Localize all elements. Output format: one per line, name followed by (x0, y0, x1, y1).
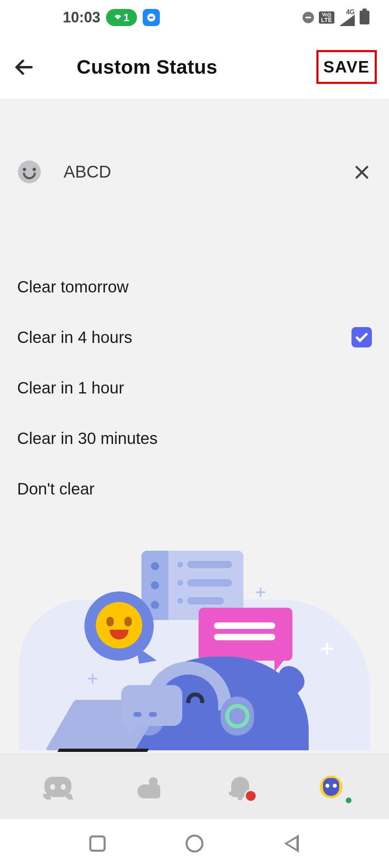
square-icon (89, 835, 106, 852)
page-title: Custom Status (77, 56, 217, 78)
wifi-notification-pill: 1 (106, 9, 137, 26)
emoji-picker-button[interactable] (17, 160, 42, 184)
illustration-container (0, 551, 389, 750)
app-notification-icon (143, 9, 160, 26)
status-illustration (19, 551, 370, 750)
android-nav-bar (0, 819, 389, 868)
clock-label: 10:03 (63, 9, 100, 26)
tab-discord[interactable] (38, 771, 78, 803)
content-area: Clear tomorrow Clear in 4 hours Clear in… (0, 99, 389, 754)
status-bar-left: 10:03 1 (63, 9, 160, 26)
volte-bot-label: LTE (321, 17, 332, 23)
tab-friends[interactable] (128, 771, 169, 803)
triangle-left-icon (284, 835, 299, 853)
arrow-left-icon (16, 59, 33, 75)
nav-back[interactable] (279, 831, 304, 856)
option-label: Clear in 1 hour (17, 379, 124, 397)
smiley-icon (18, 160, 41, 183)
circle-icon (186, 835, 203, 853)
option-label: Don't clear (17, 480, 95, 498)
clear-after-options: Clear tomorrow Clear in 4 hours Clear in… (0, 261, 389, 514)
status-text-input[interactable] (64, 162, 351, 182)
option-label: Clear tomorrow (17, 278, 128, 296)
clear-option-tomorrow[interactable]: Clear tomorrow (0, 261, 389, 312)
nav-home[interactable] (182, 831, 207, 856)
battery-icon (360, 11, 369, 24)
app-header: Custom Status SAVE (0, 35, 389, 99)
cell-signal-block: 4G (339, 9, 355, 26)
friends-icon (137, 776, 160, 798)
nav-recent-apps[interactable] (85, 831, 110, 856)
option-label: Clear in 30 minutes (17, 429, 158, 448)
back-button[interactable] (16, 53, 45, 81)
tab-notifications[interactable] (220, 771, 261, 803)
status-bar-right: Vo)) LTE 4G (303, 9, 369, 26)
avatar-icon (320, 776, 343, 798)
volte-icon: Vo)) LTE (319, 11, 334, 24)
clear-option-30-minutes[interactable]: Clear in 30 minutes (0, 413, 389, 464)
clear-status-button[interactable] (351, 162, 372, 182)
selected-indicator (351, 327, 372, 347)
tab-profile[interactable] (311, 771, 351, 803)
cell-signal-icon (339, 15, 355, 26)
clear-option-1-hour[interactable]: Clear in 1 hour (0, 363, 389, 413)
status-input-row (0, 156, 389, 188)
discord-icon (44, 777, 71, 797)
clear-option-dont-clear[interactable]: Don't clear (0, 464, 389, 514)
notification-badge (244, 789, 257, 802)
option-label: Clear in 4 hours (17, 328, 132, 347)
presence-online-icon (344, 796, 353, 805)
save-button[interactable]: SAVE (316, 50, 377, 84)
bottom-tab-bar (0, 754, 389, 819)
dnd-icon (303, 12, 314, 23)
wifi-notif-count: 1 (124, 11, 129, 24)
checkmark-icon (355, 330, 368, 342)
android-status-bar: 10:03 1 Vo)) LTE 4G (0, 0, 389, 35)
close-icon (354, 165, 369, 179)
clear-option-4-hours[interactable]: Clear in 4 hours (0, 312, 389, 363)
